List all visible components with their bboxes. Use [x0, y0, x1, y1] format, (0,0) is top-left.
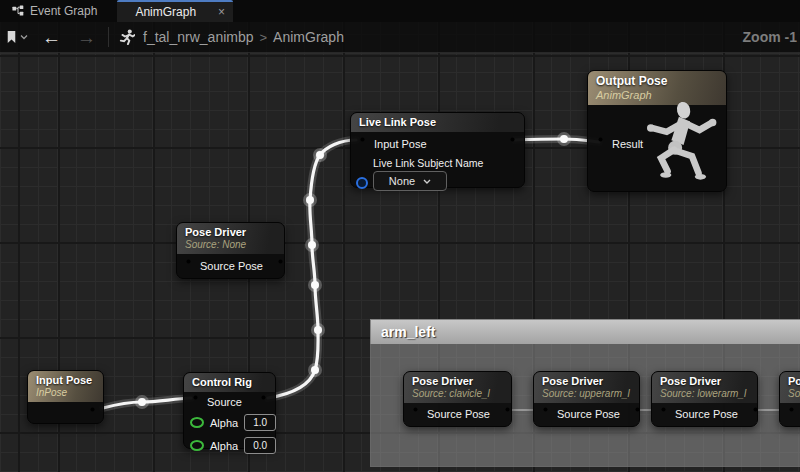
subject-name-dropdown[interactable]: None: [373, 171, 447, 191]
pin-label: Source: [207, 396, 242, 408]
reroute-node[interactable]: [138, 398, 146, 406]
tab-event-graph[interactable]: Event Graph: [0, 0, 109, 22]
mannequin-figure: [631, 99, 723, 189]
alpha-value-field[interactable]: 1.0: [244, 414, 276, 431]
pin-label: Input Pose: [374, 138, 427, 150]
pose-output-pin-icon[interactable]: [258, 395, 269, 408]
alpha-value-field[interactable]: 0.0: [244, 437, 276, 454]
pose-output-pin-icon[interactable]: [507, 137, 518, 150]
node-live-link-header: Live Link Pose: [351, 113, 524, 132]
node-title: Control Rig: [192, 376, 267, 389]
node-pose-driver-main[interactable]: Pose Driver Source: None Source Pose: [176, 222, 285, 279]
subject-name-value: None: [389, 175, 415, 187]
node-subtitle: Source: None: [185, 239, 276, 251]
node-title: Live Link Pose: [359, 116, 516, 129]
alpha-float-pin-icon[interactable]: [190, 440, 204, 451]
node-title: Pose Driver: [412, 375, 503, 388]
reroute-node[interactable]: [311, 366, 319, 374]
pose-output-pin-icon[interactable]: [750, 407, 761, 420]
node-subtitle: Source: upperarm_l: [542, 388, 631, 400]
pose-output-pin-icon[interactable]: [502, 407, 513, 420]
node-pose-driver-lowerarm[interactable]: Pose Driver Source: lowerarm_l Source Po…: [651, 371, 758, 427]
pose-input-pin-icon[interactable]: [410, 407, 421, 420]
pin-label: Source Pose: [427, 408, 490, 420]
chevron-down-icon: [423, 179, 431, 184]
tab-label: AnimGraph: [135, 5, 196, 19]
reroute-node[interactable]: [314, 326, 322, 334]
breadcrumb-root[interactable]: f_tal_nrw_animbp: [143, 29, 254, 45]
bookmark-button[interactable]: [6, 30, 28, 44]
animgraph-runner-icon: [119, 29, 135, 45]
node-pose-driver-header: Pose Driver Source: None: [177, 223, 284, 254]
node-subtitle: Source: lowerarm_l: [660, 388, 749, 400]
pose-input-pin-icon[interactable]: [540, 407, 551, 420]
chevron-down-icon: [20, 34, 28, 40]
pose-output-pin-icon[interactable]: [87, 407, 98, 420]
forward-button[interactable]: →: [77, 28, 96, 47]
pin-label: Source Pose: [200, 260, 263, 272]
node-title: Input Pose: [36, 374, 95, 387]
event-graph-icon: [12, 5, 24, 17]
node-live-link-pose[interactable]: Live Link Pose Input Pose Live Link Subj…: [350, 112, 525, 188]
back-button[interactable]: ←: [42, 28, 61, 47]
breadcrumb-separator: >: [260, 30, 268, 45]
node-control-rig[interactable]: Control Rig Source Alpha 1.0 Alpha 0.0: [183, 372, 276, 449]
node-pose-driver-upperarm[interactable]: Pose Driver Source: upperarm_l Source Po…: [533, 371, 640, 427]
node-control-rig-header: Control Rig: [184, 373, 275, 392]
animgraph-editor-window: arm_left Input Pose InPose Control Rig S…: [0, 0, 800, 472]
node-header: Pose Driver Source: upperarm_l: [534, 372, 639, 403]
bookmark-icon: [6, 30, 17, 44]
graph-toolbar: ← → f_tal_nrw_animbp > AnimGraph Zoom -1: [0, 22, 800, 53]
reroute-node[interactable]: [560, 135, 568, 143]
subject-name-label: Live Link Subject Name: [351, 155, 524, 170]
node-title: Pose Driver: [788, 375, 800, 388]
pose-output-pin-icon[interactable]: [275, 259, 286, 272]
reroute-node[interactable]: [308, 241, 316, 249]
pose-input-pin-icon[interactable]: [190, 395, 201, 408]
tab-anim-graph[interactable]: AnimGraph ×: [117, 0, 233, 22]
node-subtitle: InPose: [36, 387, 95, 399]
node-output-pose[interactable]: Output Pose AnimGraph Result: [587, 70, 727, 192]
node-input-pose-header: Input Pose InPose: [28, 371, 103, 402]
result-pose-pin-icon[interactable]: [595, 137, 606, 150]
pose-input-pin-icon[interactable]: [357, 137, 368, 150]
reroute-node[interactable]: [306, 196, 314, 204]
node-title: Pose Driver: [660, 375, 749, 388]
pin-label: Alpha: [210, 417, 238, 429]
node-title: Output Pose: [596, 74, 718, 89]
pose-input-pin-icon[interactable]: [658, 407, 669, 420]
pin-label: Source Pose: [557, 408, 620, 420]
pose-output-pin-icon[interactable]: [632, 407, 643, 420]
subject-name-pin-icon[interactable]: [356, 177, 368, 189]
reroute-node[interactable]: [316, 151, 324, 159]
pose-input-pin-icon[interactable]: [786, 407, 797, 420]
node-pose-driver-partial[interactable]: Pose Driver Source: Source Pose: [779, 371, 800, 427]
pin-label: Source Pose: [675, 408, 738, 420]
node-title: Pose Driver: [185, 226, 276, 239]
node-pose-driver-clavicle[interactable]: Pose Driver Source: clavicle_l Source Po…: [403, 371, 512, 427]
node-header: Pose Driver Source: lowerarm_l: [652, 372, 757, 403]
node-title: Pose Driver: [542, 375, 631, 388]
node-header: Pose Driver Source:: [780, 372, 800, 403]
toolbar-divider: [108, 27, 109, 47]
tab-label: Event Graph: [30, 4, 97, 18]
node-input-pose[interactable]: Input Pose InPose: [27, 370, 104, 424]
breadcrumb-current[interactable]: AnimGraph: [273, 29, 344, 45]
node-header: Pose Driver Source: clavicle_l: [404, 372, 511, 403]
close-tab-icon[interactable]: ×: [218, 6, 225, 18]
alpha-float-pin-icon[interactable]: [190, 417, 204, 428]
reroute-node[interactable]: [311, 281, 319, 289]
zoom-level-label: Zoom -1: [743, 29, 800, 45]
tab-bar: Event Graph AnimGraph ×: [0, 0, 800, 22]
pin-label: Alpha: [210, 440, 238, 452]
node-subtitle: Source: clavicle_l: [412, 388, 503, 400]
pose-input-pin-icon[interactable]: [183, 259, 194, 272]
node-subtitle: Source:: [788, 388, 800, 400]
